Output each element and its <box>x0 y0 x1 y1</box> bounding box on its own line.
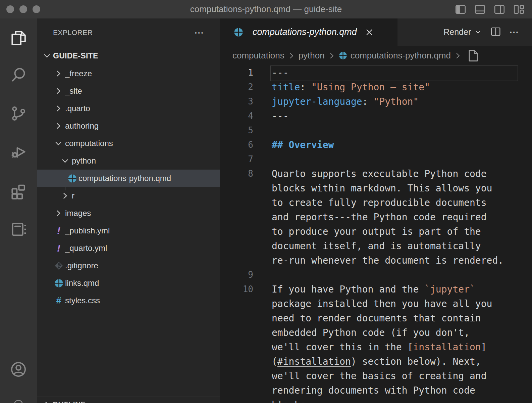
chevron-right-icon <box>60 191 70 200</box>
line-number: 6 <box>220 138 253 152</box>
code-row[interactable]: need to render documents that contain <box>220 311 532 325</box>
tree-folder-images[interactable]: images <box>37 205 220 222</box>
code-row[interactable]: we'll cover this in the [installation] <box>220 340 532 354</box>
chevron-down-icon <box>474 29 482 36</box>
tree-file-_publish.yml[interactable]: !_publish.yml <box>37 222 220 239</box>
code-row[interactable]: 5 <box>220 123 532 138</box>
code-row[interactable]: to create fully reproducible documents <box>220 195 532 210</box>
code-row[interactable]: (#installation) section below). Next, <box>220 354 532 369</box>
search-icon[interactable] <box>9 65 28 84</box>
code-line-text: embedded Python code (if you don't, <box>253 325 470 340</box>
tree-item-label: r <box>72 191 74 200</box>
more-actions-icon[interactable]: ••• <box>510 29 519 35</box>
title-bar: computations-python.qmd — guide-site <box>0 0 532 18</box>
code-row[interactable]: and reports---the Python code required <box>220 210 532 224</box>
code-row[interactable]: re-run whenever the document is rendered… <box>220 253 532 268</box>
project-root-label: GUIDE-SITE <box>53 51 98 60</box>
yaml-file-icon: ! <box>54 243 64 253</box>
tree-folder-r[interactable]: r <box>37 187 220 205</box>
code-row[interactable]: 7 <box>220 152 532 167</box>
code-line-text <box>253 268 272 282</box>
code-row[interactable]: blocks within markdown. This allows you <box>220 181 532 195</box>
code-line-text: Quarto supports executable Python code <box>253 167 487 181</box>
tree-item-label: python <box>72 156 96 166</box>
tree-folder-_freeze[interactable]: _freeze <box>37 65 220 82</box>
code-row[interactable]: 8Quarto supports executable Python code <box>220 167 532 181</box>
split-editor-icon[interactable] <box>490 26 501 38</box>
tree-item-label: _publish.yml <box>65 226 110 235</box>
tree-file-_quarto.yml[interactable]: !_quarto.yml <box>37 239 220 257</box>
tree-item-label: styles.css <box>65 296 100 305</box>
explorer-more-actions-icon[interactable]: ••• <box>195 30 204 36</box>
code-row[interactable]: we'll cover the basics of creating and <box>220 369 532 383</box>
tree-item-label: .quarto <box>65 104 90 113</box>
code-line-text: package installed then you have all you <box>253 297 492 311</box>
tree-folder-computations[interactable]: computations <box>37 135 220 152</box>
tab-computations-python[interactable]: computations-python.qmd <box>220 18 397 46</box>
code-line-text: ## Overview <box>253 138 334 152</box>
outline-section-header[interactable]: OUTLINE <box>37 397 220 403</box>
account-icon[interactable] <box>9 360 28 379</box>
code-line-text: and reports---the Python code required <box>253 210 487 224</box>
tree-item-label: images <box>65 209 91 218</box>
toggle-sidebar-icon[interactable] <box>455 4 466 15</box>
customize-layout-icon[interactable] <box>513 4 525 15</box>
line-number: 9 <box>220 268 253 282</box>
code-line-text: jupyter-language: "Python" <box>253 94 419 109</box>
explorer-icon[interactable] <box>9 29 28 47</box>
breadcrumb-item-computations[interactable]: computations <box>232 50 284 61</box>
tree-item-label: authoring <box>65 121 99 131</box>
tree-folder-.quarto[interactable]: .quarto <box>37 100 220 117</box>
tree-item-label: _freeze <box>65 69 92 78</box>
code-line-text <box>253 152 272 167</box>
code-row[interactable]: package installed then you have all you <box>220 297 532 311</box>
code-row[interactable]: document itself, and is automatically <box>220 239 532 253</box>
code-editor[interactable]: 1---2title: "Using Python – site"3jupyte… <box>220 65 532 403</box>
symbol-file-icon <box>466 48 480 63</box>
close-tab-icon[interactable] <box>365 28 374 37</box>
code-row[interactable]: 1--- <box>220 65 532 80</box>
toggle-panel-icon[interactable] <box>474 4 486 15</box>
settings-gear-icon[interactable] <box>9 399 28 403</box>
line-number <box>220 383 253 398</box>
chevron-right-icon <box>54 121 64 131</box>
run-and-debug-icon[interactable] <box>9 143 28 162</box>
file-tree: _freeze_site.quartoauthoringcomputations… <box>37 65 220 309</box>
css-file-icon: # <box>54 296 64 305</box>
breadcrumb-item-file[interactable]: computations-python.qmd <box>351 50 451 61</box>
code-row[interactable]: blocks. <box>220 398 532 403</box>
tree-file-styles.css[interactable]: #styles.css <box>37 292 220 309</box>
code-row[interactable]: embedded Python code (if you don't, <box>220 325 532 340</box>
source-control-icon[interactable] <box>9 104 28 123</box>
code-row[interactable]: 6## Overview <box>220 138 532 152</box>
chevron-right-icon <box>54 104 64 113</box>
code-row[interactable]: 4--- <box>220 109 532 123</box>
code-line-text: need to render documents that contain <box>253 311 481 325</box>
code-row[interactable]: 3jupyter-language: "Python" <box>220 94 532 109</box>
yaml-file-icon: ! <box>54 226 64 236</box>
project-root-row[interactable]: GUIDE-SITE <box>37 47 220 64</box>
line-number <box>220 181 253 195</box>
breadcrumb-item-python[interactable]: python <box>299 50 325 61</box>
code-row[interactable]: rendering documents with Python code <box>220 383 532 398</box>
tree-folder-_site[interactable]: _site <box>37 82 220 100</box>
code-row[interactable]: 9 <box>220 268 532 282</box>
tree-file-.gitignore[interactable]: .gitignore <box>37 257 220 274</box>
extensions-icon[interactable] <box>9 181 28 200</box>
line-number: 2 <box>220 80 253 94</box>
code-line-text: to produce your output is part of the <box>253 224 481 239</box>
notebook-icon[interactable] <box>9 220 28 239</box>
line-number <box>220 354 253 369</box>
code-row[interactable]: 10If you have Python and the `jupyter` <box>220 282 532 297</box>
tab-title: computations-python.qmd <box>253 27 357 37</box>
tree-file-links.qmd[interactable]: links.qmd <box>37 274 220 292</box>
code-row[interactable]: 2title: "Using Python – site" <box>220 80 532 94</box>
tree-folder-python[interactable]: python <box>37 152 220 170</box>
tree-item-label: links.qmd <box>65 278 99 288</box>
explorer-header: EXPLORER <box>53 29 93 37</box>
tree-file-computations-python.qmd[interactable]: computations-python.qmd <box>37 170 220 187</box>
render-button[interactable]: Render <box>443 27 482 37</box>
split-editor-right-icon[interactable] <box>494 4 505 15</box>
code-row[interactable]: to produce your output is part of the <box>220 224 532 239</box>
tree-folder-authoring[interactable]: authoring <box>37 117 220 135</box>
